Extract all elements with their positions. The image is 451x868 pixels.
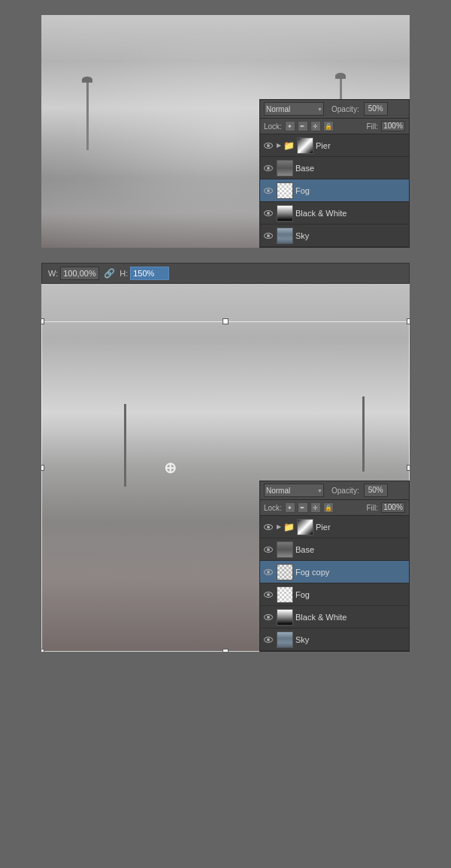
eye-symbol-base xyxy=(264,165,273,171)
h-label: H: xyxy=(120,269,128,278)
eye-icon-bw[interactable] xyxy=(262,207,274,219)
layer-thumb-2-pier xyxy=(297,519,313,535)
eye-icon-base[interactable] xyxy=(262,162,274,174)
lock-move-btn-1[interactable]: ✛ xyxy=(310,121,321,131)
eye-symbol-2-bw xyxy=(264,614,273,620)
layer-row-pier[interactable]: ▶ 📁 Pier xyxy=(260,134,409,157)
eye-symbol-2-pier xyxy=(264,524,273,530)
handle-tc[interactable] xyxy=(222,318,229,324)
handle-ml[interactable] xyxy=(41,465,44,471)
lock-pixel-btn-2[interactable]: ✦ xyxy=(285,502,295,513)
layer-name-sky: Sky xyxy=(295,231,407,240)
handle-bl[interactable] xyxy=(41,649,44,652)
layer-thumb-2-fogcopy xyxy=(277,564,293,580)
lock-brush-btn-2[interactable]: ✒ xyxy=(298,502,308,513)
layers-topbar-1: Normal Multiply Screen ▼ Opacity: 50% xyxy=(260,100,409,119)
lock-icons-1: ✦ ✒ ✛ 🔒 xyxy=(285,121,334,131)
panel-1: Normal Multiply Screen ▼ Opacity: 50% Lo… xyxy=(41,15,410,248)
layer-thumb-fog xyxy=(277,182,293,199)
w-input[interactable] xyxy=(60,267,99,280)
eye-icon-2-fog[interactable] xyxy=(262,589,274,601)
layers-panel-1: Normal Multiply Screen ▼ Opacity: 50% Lo… xyxy=(259,99,410,248)
eye-icon-fog[interactable] xyxy=(262,185,274,197)
opacity-value-2[interactable]: 50% xyxy=(364,484,388,497)
eye-symbol-2-base xyxy=(264,547,273,553)
folder-icon-2-pier: 📁 xyxy=(283,522,295,532)
layer-row-2-pier[interactable]: ▶ 📁 Pier xyxy=(260,516,409,538)
panel-2: W: 🔗 H: ⊕ xyxy=(41,263,410,652)
fill-label-1: Fill: xyxy=(366,122,378,131)
layer-name-2-bw: Black & White xyxy=(295,613,407,622)
layer-row-sky[interactable]: Sky xyxy=(260,225,409,247)
layer-row-base[interactable]: Base xyxy=(260,157,409,179)
w-label: W: xyxy=(48,269,58,278)
layer-name-2-base: Base xyxy=(295,545,407,554)
eye-icon-sky[interactable] xyxy=(262,230,274,242)
layer-thumb-sky xyxy=(277,228,293,244)
blend-mode-select-2[interactable]: Normal xyxy=(264,484,324,497)
layers-topbar-2: Normal ▼ Opacity: 50% xyxy=(260,481,409,500)
handle-tl[interactable] xyxy=(41,318,44,324)
eye-symbol-bw xyxy=(264,210,273,216)
eye-symbol-sky xyxy=(264,233,273,239)
layer-thumb-2-sky xyxy=(277,631,293,648)
lock-all-btn-2[interactable]: 🔒 xyxy=(323,502,334,513)
h-input[interactable] xyxy=(130,267,169,280)
blend-mode-wrapper-2[interactable]: Normal ▼ xyxy=(264,484,324,497)
layer-name-base: Base xyxy=(295,164,407,173)
eye-icon-pier[interactable] xyxy=(262,140,274,152)
height-field: H: xyxy=(120,267,169,280)
canvas-area-2: ⊕ Normal ▼ Opacity: 50% Lock: ✦ ✒ xyxy=(41,284,410,652)
layer-name-2-sky: Sky xyxy=(295,635,407,644)
eye-symbol-2-fog xyxy=(264,592,273,598)
blend-mode-wrapper-1[interactable]: Normal Multiply Screen ▼ xyxy=(264,102,324,116)
top-toolbar: W: 🔗 H: xyxy=(41,263,410,284)
width-field: W: xyxy=(48,267,99,280)
fill-value-2[interactable]: 100% xyxy=(381,502,405,513)
layer-row-2-fog[interactable]: Fog xyxy=(260,583,409,606)
layers-panel-2: Normal ▼ Opacity: 50% Lock: ✦ ✒ ✛ 🔒 Fill… xyxy=(259,481,410,652)
layer-row-bw[interactable]: Black & White xyxy=(260,202,409,225)
opacity-label-1: Opacity: xyxy=(331,105,359,113)
layer-row-2-fogcopy[interactable]: Fog copy xyxy=(260,561,409,583)
eye-symbol-2-sky xyxy=(264,637,273,643)
group-arrow-2-pier[interactable]: ▶ xyxy=(277,523,281,530)
layer-name-2-fog: Fog xyxy=(295,590,407,599)
handle-mr[interactable] xyxy=(407,465,410,471)
layer-name-bw: Black & White xyxy=(295,209,407,218)
blend-mode-select-1[interactable]: Normal Multiply Screen xyxy=(264,102,324,116)
layer-thumb-2-bw xyxy=(277,609,293,625)
lock-brush-btn-1[interactable]: ✒ xyxy=(298,121,308,131)
layer-name-2-pier: Pier xyxy=(316,523,407,532)
lock-label-2: Lock: xyxy=(264,504,282,512)
layer-name-pier: Pier xyxy=(316,141,407,150)
lock-move-btn-2[interactable]: ✛ xyxy=(310,502,321,513)
group-arrow-pier[interactable]: ▶ xyxy=(277,142,281,149)
fill-value-1[interactable]: 100% xyxy=(381,121,405,131)
eye-icon-2-base[interactable] xyxy=(262,544,274,556)
layer-thumb-base xyxy=(277,160,293,176)
layer-row-2-sky[interactable]: Sky xyxy=(260,628,409,651)
eye-icon-2-fogcopy[interactable] xyxy=(262,566,274,578)
eye-icon-2-sky[interactable] xyxy=(262,634,274,646)
layer-row-2-bw[interactable]: Black & White xyxy=(260,606,409,628)
eye-icon-2-pier[interactable] xyxy=(262,521,274,533)
eye-symbol-2-fogcopy xyxy=(264,569,273,575)
layer-row-fog[interactable]: Fog xyxy=(260,179,409,202)
lock-icons-2: ✦ ✒ ✛ 🔒 xyxy=(285,502,334,513)
canvas-area-1: Normal Multiply Screen ▼ Opacity: 50% Lo… xyxy=(41,15,410,248)
layer-thumb-pier xyxy=(297,137,313,154)
handle-bc[interactable] xyxy=(222,649,229,652)
layer-row-2-base[interactable]: Base xyxy=(260,538,409,561)
layer-thumb-bw xyxy=(277,205,293,222)
opacity-label-2: Opacity: xyxy=(331,487,359,495)
lock-all-btn-1[interactable]: 🔒 xyxy=(323,121,334,131)
lock-bar-2: Lock: ✦ ✒ ✛ 🔒 Fill: 100% xyxy=(260,500,409,516)
lock-pixel-btn-1[interactable]: ✦ xyxy=(285,121,295,131)
fill-label-2: Fill: xyxy=(366,504,378,512)
layer-thumb-2-fog xyxy=(277,586,293,603)
lock-bar-1: Lock: ✦ ✒ ✛ 🔒 Fill: 100% xyxy=(260,119,409,134)
opacity-value-1[interactable]: 50% xyxy=(364,102,388,116)
handle-tr[interactable] xyxy=(407,318,410,324)
eye-icon-2-bw[interactable] xyxy=(262,611,274,623)
